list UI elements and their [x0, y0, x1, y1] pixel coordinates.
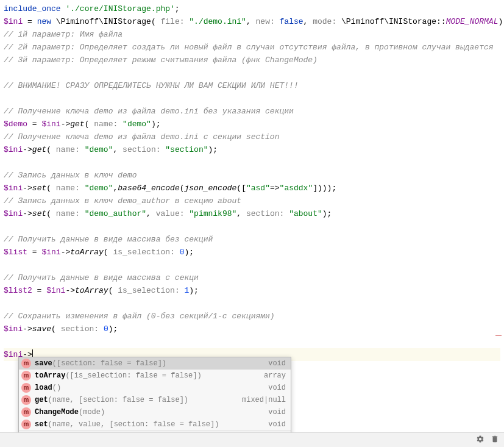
code-line[interactable]: $ini->set( name: "demo",base64_encode(js… — [4, 182, 500, 195]
autocomplete-return-type: array — [264, 371, 286, 381]
code-line[interactable] — [4, 335, 500, 348]
code-line[interactable]: $list = $ini->toArray( is_selection: 0); — [4, 246, 500, 259]
code-line[interactable]: $ini = new \Piminoff\INIStorage( file: "… — [4, 15, 500, 28]
code-line[interactable] — [4, 297, 500, 310]
code-editor[interactable]: include_once './core/INIStorage.php'; $i… — [0, 0, 504, 363]
code-line[interactable]: include_once './core/INIStorage.php'; — [4, 2, 500, 15]
code-line[interactable]: // Получение ключа demo из файла demo.in… — [4, 105, 500, 118]
code-line[interactable] — [4, 66, 500, 79]
autocomplete-signature: () — [52, 383, 61, 393]
autocomplete-name: ChangeMode — [35, 407, 79, 417]
autocomplete-name: get — [35, 395, 48, 405]
autocomplete-item[interactable]: m ChangeMode(mode) void — [19, 406, 291, 418]
autocomplete-return-type: void — [268, 420, 286, 429]
code-line[interactable]: // Запись данных в ключ demo_author в се… — [4, 195, 500, 207]
autocomplete-return-type: void — [268, 359, 286, 368]
code-line[interactable]: // Сохранить изменения в файл (0-без сек… — [4, 310, 500, 323]
code-line[interactable] — [4, 259, 500, 271]
code-line[interactable]: // 3й параметр: Определяет режим считыва… — [4, 54, 500, 66]
autocomplete-item[interactable]: m get(name, [section: false = false]) mi… — [19, 394, 291, 406]
code-line[interactable]: // ВНИМАНИЕ! СРАЗУ ОПРЕДЕЛИТЕСЬ НУЖНЫ ЛИ… — [4, 79, 500, 92]
code-line[interactable]: // Запись данных в ключ demo — [4, 169, 500, 182]
code-line[interactable]: // Получить данные в виде массива без се… — [4, 233, 500, 246]
code-line[interactable]: // Получить данные в виде массива с секц… — [4, 271, 500, 284]
code-line[interactable]: $ini->set( name: "demo_author", value: "… — [4, 207, 500, 220]
autocomplete-return-type: mixed|null — [242, 395, 286, 405]
code-line[interactable] — [4, 220, 500, 233]
method-icon: m — [21, 371, 31, 381]
autocomplete-signature: (name, value, [section: false = false]) — [48, 420, 219, 429]
autocomplete-name: toArray — [35, 371, 65, 381]
autocomplete-item[interactable]: m toArray([is_selection: false = false])… — [19, 370, 291, 382]
autocomplete-name: set — [35, 420, 48, 429]
code-line[interactable]: // 1й параметр: Имя файла — [4, 28, 500, 41]
method-icon: m — [21, 420, 31, 429]
autocomplete-return-type: void — [268, 407, 286, 417]
autocomplete-item[interactable]: m save([section: false = false]) void — [19, 357, 291, 370]
code-line[interactable] — [4, 92, 500, 105]
trash-icon[interactable] — [491, 435, 499, 446]
code-line[interactable]: $ini->get( name: "demo", section: "secti… — [4, 143, 500, 156]
code-line[interactable]: $demo = $ini->get( name: "demo"); — [4, 118, 500, 131]
status-bar — [0, 432, 504, 447]
autocomplete-return-type: void — [268, 383, 286, 393]
code-line[interactable]: $ini->save( section: 0); — [4, 323, 500, 335]
method-icon: m — [21, 359, 31, 368]
autocomplete-item[interactable]: m load() void — [19, 382, 291, 394]
code-line[interactable]: // 2й параметр: Определяет создать ли но… — [4, 41, 500, 54]
autocomplete-name: load — [35, 383, 52, 393]
code-line[interactable]: // Получение ключа demo из файла demo.in… — [4, 131, 500, 143]
method-icon: m — [21, 383, 31, 393]
autocomplete-signature: ([is_selection: false = false]) — [65, 371, 201, 381]
method-icon: m — [21, 407, 31, 417]
error-stripe-mark[interactable]: — — [495, 332, 502, 338]
autocomplete-signature: ([section: false = false]) — [52, 359, 166, 368]
autocomplete-signature: (name, [section: false = false]) — [48, 395, 188, 405]
code-line[interactable] — [4, 156, 500, 169]
autocomplete-signature: (mode) — [79, 407, 105, 417]
method-icon: m — [21, 395, 31, 405]
code-line[interactable]: $list2 = $ini->toArray( is_selection: 1)… — [4, 284, 500, 297]
autocomplete-popup: m save([section: false = false]) void m … — [18, 357, 291, 445]
settings-icon[interactable] — [476, 435, 484, 446]
autocomplete-name: save — [35, 359, 52, 368]
autocomplete-item[interactable]: m set(name, value, [section: false = fal… — [19, 418, 291, 431]
